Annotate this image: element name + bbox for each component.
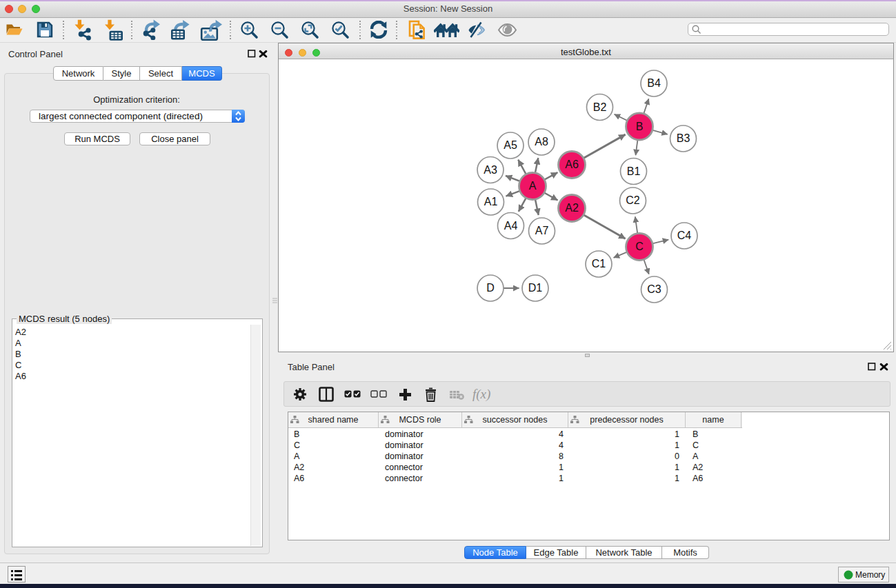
svg-text:A3: A3	[484, 164, 497, 176]
svg-text:B: B	[636, 121, 644, 132]
svg-text:C3: C3	[647, 283, 661, 295]
svg-text:A2: A2	[565, 202, 579, 214]
svg-text:A: A	[529, 180, 537, 192]
svg-text:A5: A5	[504, 139, 517, 151]
svg-text:C2: C2	[626, 194, 640, 206]
svg-text:A1: A1	[484, 196, 498, 207]
svg-text:C1: C1	[592, 258, 606, 270]
svg-text:A6: A6	[565, 159, 579, 170]
svg-text:B1: B1	[627, 165, 641, 177]
svg-text:A8: A8	[535, 136, 548, 148]
svg-text:C4: C4	[677, 230, 692, 241]
svg-text:B4: B4	[647, 77, 661, 89]
svg-text:C: C	[635, 241, 644, 252]
svg-text:D: D	[486, 282, 495, 294]
svg-text:D1: D1	[528, 282, 543, 294]
svg-text:A4: A4	[504, 220, 518, 232]
svg-text:A7: A7	[535, 225, 549, 236]
svg-text:B2: B2	[593, 101, 607, 113]
svg-text:B3: B3	[677, 132, 690, 144]
